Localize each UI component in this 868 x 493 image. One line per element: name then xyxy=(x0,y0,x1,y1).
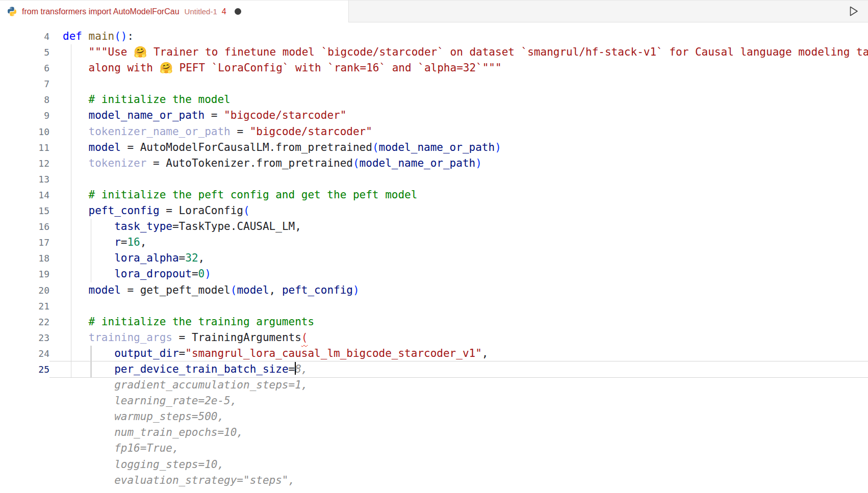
code-line[interactable]: model = get_peft_model(model, peft_confi… xyxy=(63,282,868,298)
line-number[interactable]: 13 xyxy=(0,171,49,187)
code-line[interactable]: model = AutoModelForCausalLM.from_pretra… xyxy=(63,140,868,155)
code-token: = AutoTokenizer.from_pretrained xyxy=(146,157,353,169)
indent-guide xyxy=(91,250,91,266)
ghost-suggestion-line[interactable]: evaluation_strategy="steps", xyxy=(63,473,868,488)
line-number[interactable]: 16 xyxy=(0,219,49,235)
code-token: logging_steps=10, xyxy=(63,458,224,471)
code-token: , xyxy=(140,236,147,248)
code-line[interactable]: # initialize the model xyxy=(63,92,868,108)
line-number[interactable]: 14 xyxy=(0,187,49,203)
code-token: = xyxy=(179,347,186,359)
indent-guide xyxy=(71,298,71,314)
indent-guide xyxy=(71,235,71,250)
code-token: per_device_train_batch_size xyxy=(114,363,288,375)
code-line[interactable]: training_args = TrainingArguments( xyxy=(63,330,868,346)
line-number[interactable]: 24 xyxy=(0,346,49,361)
code-token: , xyxy=(269,284,282,296)
line-number[interactable]: 26 xyxy=(0,488,49,493)
code-line[interactable]: tokenizer_name_or_path = "bigcode/starco… xyxy=(63,124,868,140)
line-number xyxy=(0,440,49,456)
ghost-suggestion-line[interactable]: learning_rate=2e-5, xyxy=(63,393,868,409)
line-number[interactable]: 12 xyxy=(0,155,49,171)
code-token xyxy=(63,157,89,169)
code-line[interactable]: along with 🤗 PEFT `LoraConfig` with `ran… xyxy=(63,60,868,76)
line-number[interactable]: 9 xyxy=(0,108,49,123)
code-line[interactable] xyxy=(63,76,868,92)
code-line[interactable]: model_name_or_path = "bigcode/starcoder" xyxy=(63,108,868,123)
indent-guide xyxy=(71,266,71,282)
line-number[interactable]: 6 xyxy=(0,60,49,76)
code-line[interactable]: per_device_train_batch_size=8, xyxy=(63,361,868,377)
code-token: fp16=True, xyxy=(63,442,179,454)
line-number[interactable]: 5 xyxy=(0,44,49,60)
code-token: num_train_epochs=10, xyxy=(63,426,243,438)
line-number[interactable]: 11 xyxy=(0,140,49,155)
code-line[interactable]: tokenizer = AutoTokenizer.from_pretraine… xyxy=(63,155,868,171)
code-editor-pane: 4567891011121314151617181920212223242526… xyxy=(0,22,868,493)
code-line[interactable]: task_type=TaskType.CAUSAL_LM, xyxy=(63,219,868,235)
line-number[interactable]: 10 xyxy=(0,124,49,140)
code-token: model_name_or_path xyxy=(379,141,495,153)
ghost-suggestion-line[interactable]: logging_steps=10, xyxy=(63,457,868,473)
code-token: : xyxy=(127,30,134,42)
indent-guide xyxy=(71,44,71,60)
line-number[interactable]: 21 xyxy=(0,298,49,314)
code-line[interactable]: r=16, xyxy=(63,235,868,250)
ghost-suggestion-line[interactable]: warmup_steps=500, xyxy=(63,409,868,425)
line-number[interactable]: 20 xyxy=(0,282,49,298)
code-token xyxy=(63,189,89,201)
code-token xyxy=(82,30,89,42)
line-number[interactable]: 22 xyxy=(0,314,49,330)
code-line[interactable]: """Use 🤗 Trainer to finetune model `bigc… xyxy=(63,44,868,60)
play-icon xyxy=(847,5,859,17)
modified-dot[interactable] xyxy=(235,8,241,15)
code-token: ) xyxy=(475,157,482,169)
indent-guide xyxy=(71,314,71,330)
code-line[interactable]: lora_dropout=0) xyxy=(63,266,868,282)
line-number[interactable]: 23 xyxy=(0,330,49,346)
ghost-suggestion-line[interactable]: fp16=True, xyxy=(63,440,868,456)
line-number[interactable]: 15 xyxy=(0,203,49,219)
indent-guide xyxy=(71,60,71,76)
ghost-suggestion-line[interactable]: num_train_epochs=10, xyxy=(63,425,868,440)
run-button[interactable] xyxy=(847,5,860,18)
code-line[interactable] xyxy=(63,171,868,187)
line-number xyxy=(0,409,49,425)
code-token: 32 xyxy=(185,252,198,264)
line-number[interactable]: 4 xyxy=(0,29,49,44)
line-number[interactable]: 17 xyxy=(0,235,49,250)
code-token xyxy=(63,93,89,106)
editor-tab[interactable]: from transformers import AutoModelForCau… xyxy=(0,1,349,22)
line-number[interactable]: 19 xyxy=(0,266,49,282)
code-line[interactable]: # initialize the training arguments xyxy=(63,314,868,330)
code-token xyxy=(63,331,89,344)
code-line[interactable] xyxy=(63,298,868,314)
line-number[interactable]: 7 xyxy=(0,76,49,92)
line-number[interactable]: 18 xyxy=(0,250,49,266)
code-token: = xyxy=(289,363,295,375)
code-token: ) xyxy=(495,141,501,153)
code-token: r xyxy=(114,236,121,248)
code-token: = xyxy=(205,109,224,121)
indent-guide xyxy=(71,346,71,361)
line-number[interactable]: 8 xyxy=(0,92,49,108)
code-line[interactable]: def main(): xyxy=(63,29,868,44)
code-token: model_name_or_path xyxy=(89,109,205,121)
line-number xyxy=(0,425,49,440)
code-token: "bigcode/starcoder" xyxy=(224,109,346,121)
code-token: peft_config xyxy=(282,284,353,296)
ghost-suggestion-line[interactable]: gradient_accumulation_steps=1, xyxy=(63,377,868,393)
code-line[interactable] xyxy=(63,488,868,493)
code-token: task_type xyxy=(114,220,172,232)
code-token: , xyxy=(198,252,205,264)
line-number[interactable]: 25 xyxy=(0,361,49,377)
code-line[interactable]: # initialize the peft config and get the… xyxy=(63,187,868,203)
indent-guide xyxy=(71,140,71,155)
code-token: 8, xyxy=(295,363,308,375)
code-line[interactable]: lora_alpha=32, xyxy=(63,250,868,266)
code-token: evaluation_strategy="steps", xyxy=(63,474,295,486)
code-token xyxy=(63,316,89,328)
code-line[interactable]: output_dir="smangrul_lora_causal_lm_bigc… xyxy=(63,346,868,361)
code-line[interactable]: peft_config = LoraConfig( xyxy=(63,203,868,219)
code-token xyxy=(63,46,89,58)
